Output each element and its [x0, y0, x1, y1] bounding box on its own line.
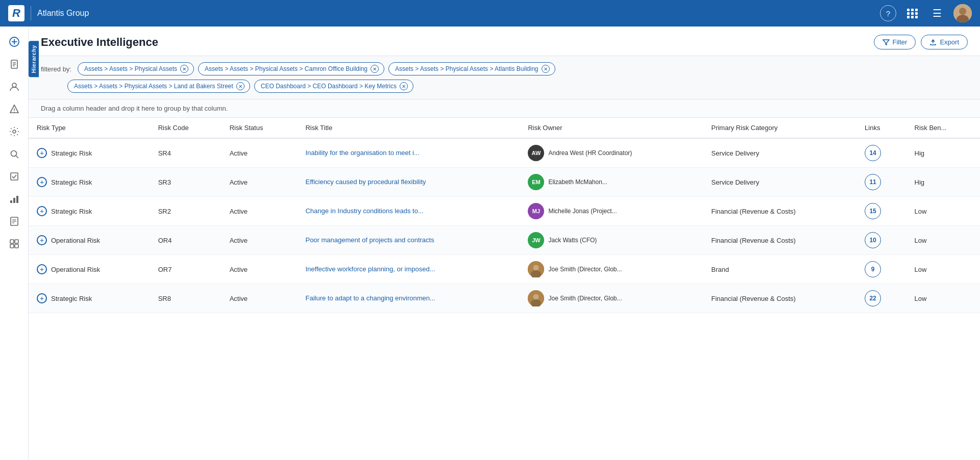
risk-status-cell: Active [222, 168, 298, 197]
sidebar-item-add[interactable] [4, 32, 24, 52]
filter-label: filtered by: [41, 65, 71, 73]
main-content: Executive Intelligence Filter Export fil… [29, 27, 980, 460]
sidebar-item-search[interactable] [4, 144, 24, 164]
sidebar-item-grid[interactable] [4, 234, 24, 254]
links-badge[interactable]: 15 [865, 203, 881, 219]
filter-chip-remove-1[interactable]: ✕ [371, 65, 379, 73]
sidebar [0, 27, 29, 460]
expand-icon[interactable]: + [37, 206, 47, 216]
sidebar-item-users[interactable] [4, 76, 24, 97]
sidebar-item-chart[interactable] [4, 189, 24, 209]
risk-code-cell: SR4 [150, 138, 222, 168]
sidebar-item-checklist[interactable] [4, 166, 24, 187]
expand-icon[interactable]: + [37, 148, 47, 158]
filter-chip-remove-2[interactable]: ✕ [542, 65, 550, 73]
risk-code-cell: SR3 [150, 168, 222, 197]
risk-status-cell: Active [222, 255, 298, 284]
filter-chip-3: Assets > Assets > Physical Assets > Land… [67, 80, 250, 93]
primary-category-cell: Financial (Revenue & Costs) [703, 284, 856, 313]
col-risk-code[interactable]: Risk Code [150, 118, 222, 138]
col-primary-category[interactable]: Primary Risk Category [703, 118, 856, 138]
svg-point-13 [13, 130, 16, 133]
apps-grid-icon[interactable] [904, 5, 921, 21]
sidebar-item-documents[interactable] [4, 54, 24, 74]
risk-type-cell: +Operational Risk [29, 255, 150, 284]
risk-title-link[interactable]: Inability for the organisation to meet i… [305, 149, 419, 157]
filter-bar: filtered by: Assets > Assets > Physical … [29, 56, 980, 99]
col-risk-status[interactable]: Risk Status [222, 118, 298, 138]
risk-ben-cell: Low [906, 226, 980, 255]
risks-table: Risk Type Risk Code Risk Status Risk Tit… [29, 118, 980, 313]
table-row: +Strategic RiskSR4ActiveInability for th… [29, 138, 980, 168]
primary-category-cell: Financial (Revenue & Costs) [703, 197, 856, 226]
risk-title-link[interactable]: Efficiency caused by procedural flexibil… [305, 178, 426, 186]
risk-code-cell: SR2 [150, 197, 222, 226]
risk-title-link[interactable]: Ineffective workforce planning, or impos… [305, 265, 435, 273]
svg-point-29 [533, 265, 539, 271]
col-risk-ben[interactable]: Risk Ben... [906, 118, 980, 138]
table-row: +Strategic RiskSR3ActiveEfficiency cause… [29, 168, 980, 197]
risk-title-cell: Failure to adapt to a changing environme… [297, 284, 520, 313]
hierarchy-tab[interactable]: Hierarchy [29, 41, 39, 77]
filter-chip-0: Assets > Assets > Physical Assets ✕ [78, 62, 194, 75]
risk-owner-cell: JWJack Watts (CFO) [520, 226, 703, 255]
risk-ben-cell: Hig [906, 168, 980, 197]
svg-point-12 [14, 112, 15, 113]
table-row: +Strategic RiskSR8ActiveFailure to adapt… [29, 284, 980, 313]
filter-chip-remove-4[interactable]: ✕ [400, 82, 408, 90]
filter-button[interactable]: Filter [874, 35, 916, 49]
risk-code-cell: OR4 [150, 226, 222, 255]
avatar: EM [528, 174, 544, 190]
primary-category-cell: Service Delivery [703, 138, 856, 168]
risk-title-cell: Efficiency caused by procedural flexibil… [297, 168, 520, 197]
export-button[interactable]: Export [921, 35, 968, 49]
user-avatar[interactable] [953, 4, 972, 22]
col-risk-type[interactable]: Risk Type [29, 118, 150, 138]
svg-rect-27 [15, 244, 18, 248]
risk-owner-cell: AWAndrea West (HR Coordinator) [520, 138, 703, 168]
risk-title-link[interactable]: Failure to adapt to a changing environme… [305, 294, 435, 302]
expand-icon[interactable]: + [37, 264, 47, 274]
links-badge[interactable]: 11 [865, 174, 881, 190]
risk-status-cell: Active [222, 197, 298, 226]
avatar: MJ [528, 203, 544, 219]
svg-rect-18 [13, 198, 15, 203]
help-icon[interactable]: ? [880, 5, 896, 21]
avatar: JW [528, 232, 544, 248]
svg-rect-16 [11, 173, 18, 180]
risk-title-cell: Inability for the organisation to meet i… [297, 138, 520, 168]
sidebar-item-alerts[interactable] [4, 99, 24, 119]
svg-rect-17 [10, 200, 12, 203]
primary-category-cell: Financial (Revenue & Costs) [703, 226, 856, 255]
menu-icon[interactable]: ☰ [929, 5, 945, 21]
expand-icon[interactable]: + [37, 293, 47, 303]
sidebar-item-report[interactable] [4, 211, 24, 232]
risks-table-container: Risk Type Risk Code Risk Status Risk Tit… [29, 118, 980, 460]
expand-icon[interactable]: + [37, 177, 47, 187]
svg-rect-26 [10, 244, 14, 248]
col-risk-owner[interactable]: Risk Owner [520, 118, 703, 138]
risk-title-link[interactable]: Change in Industry conditions leads to..… [305, 207, 423, 215]
table-header-row: Risk Type Risk Code Risk Status Risk Tit… [29, 118, 980, 138]
avatar: AW [528, 145, 544, 161]
primary-category-cell: Service Delivery [703, 168, 856, 197]
filter-chip-1: Assets > Assets > Physical Assets > Camr… [198, 62, 384, 75]
risk-type-cell: +Strategic Risk [29, 138, 150, 168]
col-risk-title[interactable]: Risk Title [297, 118, 520, 138]
risk-owner-cell: EMElizabeth McMahon... [520, 168, 703, 197]
links-badge[interactable]: 10 [865, 232, 881, 248]
links-cell: 14 [856, 138, 906, 168]
risk-title-link[interactable]: Poor management of projects and contract… [305, 236, 434, 244]
col-links[interactable]: Links [856, 118, 906, 138]
risk-title-cell: Change in Industry conditions leads to..… [297, 197, 520, 226]
sidebar-item-settings[interactable] [4, 121, 24, 142]
filter-chip-remove-3[interactable]: ✕ [236, 82, 244, 90]
links-badge[interactable]: 9 [865, 261, 881, 277]
filter-chip-remove-0[interactable]: ✕ [180, 65, 188, 73]
links-badge[interactable]: 22 [865, 290, 881, 306]
risk-ben-cell: Low [906, 284, 980, 313]
expand-icon[interactable]: + [37, 235, 47, 245]
links-badge[interactable]: 14 [865, 145, 881, 161]
filter-chip-4: CEO Dashboard > CEO Dashboard > Key Metr… [254, 80, 413, 93]
risk-owner-cell: Joe Smith (Director, Glob... [520, 255, 703, 284]
